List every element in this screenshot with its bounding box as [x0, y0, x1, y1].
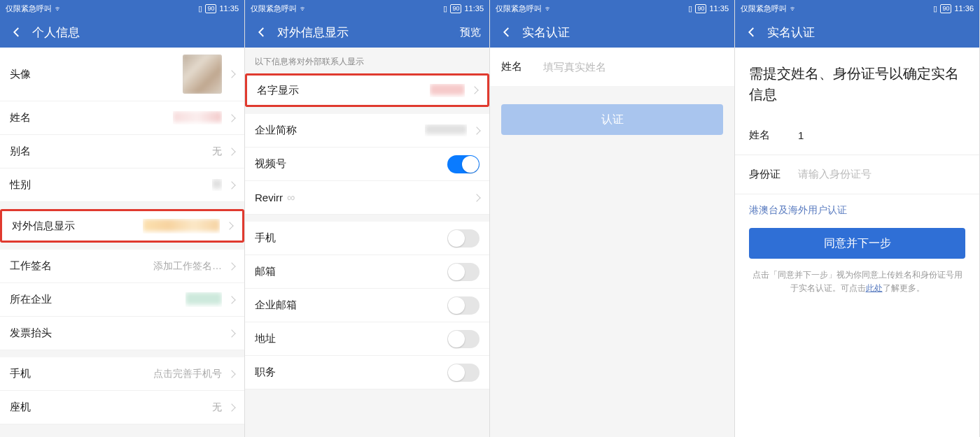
chevron-right-icon	[227, 329, 235, 337]
battery-icon: 90	[450, 4, 461, 13]
battery-icon: 90	[205, 4, 216, 13]
row-value	[430, 84, 465, 97]
screen-external-display: 仅限紧急呼叫 ᯤ ▯ 90 11:35 对外信息显示 预览 以下信息将对外部联系…	[245, 0, 490, 437]
wifi-icon: ᯤ	[55, 4, 62, 13]
clock-text: 11:35	[219, 4, 239, 13]
row-label: 视频号	[255, 157, 286, 171]
status-bar: 仅限紧急呼叫 ᯤ ▯ 90 11:35	[0, 0, 244, 17]
row-company-short[interactable]: 企业简称	[245, 114, 489, 148]
vibrate-icon: ▯	[443, 4, 447, 13]
name-input-row: 姓名	[490, 48, 734, 86]
row-value: 无	[212, 145, 222, 158]
titlebar: 对外信息显示 预览	[245, 17, 489, 48]
back-button[interactable]	[498, 24, 515, 41]
row-invoice[interactable]: 发票抬头	[0, 317, 244, 350]
row-position-toggle[interactable]: 职务	[245, 356, 489, 389]
back-button[interactable]	[8, 24, 25, 41]
row-email-toggle[interactable]: 邮箱	[245, 255, 489, 289]
footnote-link[interactable]: 此处	[866, 283, 883, 293]
carrier-text: 仅限紧急呼叫	[6, 3, 52, 14]
titlebar: 实名认证	[735, 17, 979, 48]
status-bar: 仅限紧急呼叫 ᯤ ▯ 90 11:36	[735, 0, 979, 17]
toggle-company-email[interactable]	[447, 296, 479, 315]
infinity-icon: ∞	[287, 192, 295, 204]
row-label: 所在企业	[10, 293, 52, 306]
row-label: 性别	[10, 178, 31, 192]
status-bar: 仅限紧急呼叫 ᯤ ▯ 90 11:35	[245, 0, 489, 17]
screen-realname-verify-2: 仅限紧急呼叫 ᯤ ▯ 90 11:36 实名认证 需提交姓名、身份证号以确定实名…	[735, 0, 980, 437]
row-value	[143, 219, 220, 234]
carrier-text: 仅限紧急呼叫	[251, 3, 297, 14]
name-label: 姓名	[749, 129, 798, 142]
row-label: 对外信息显示	[12, 220, 75, 233]
row-label: 邮箱	[255, 265, 276, 278]
clock-text: 11:35	[709, 4, 729, 13]
row-phone-toggle[interactable]: 手机	[245, 222, 489, 255]
id-field-row[interactable]: 身份证 请输入身份证号	[735, 155, 979, 194]
footnote-text-b: 了解更多。	[883, 283, 925, 293]
screen-personal-info: 仅限紧急呼叫 ᯤ ▯ 90 11:35 个人信息 头像 姓名 别名	[0, 0, 245, 437]
name-field-row[interactable]: 姓名 1	[735, 116, 979, 155]
titlebar: 个人信息	[0, 17, 244, 48]
row-video-account[interactable]: 视频号	[245, 148, 489, 181]
titlebar: 实名认证	[490, 17, 734, 48]
row-name-display[interactable]: 名字显示	[245, 73, 489, 107]
chevron-right-icon	[225, 222, 233, 229]
chevron-right-icon	[472, 127, 480, 134]
back-button[interactable]	[743, 24, 760, 41]
row-value: 点击完善手机号	[153, 368, 222, 380]
row-revirr[interactable]: Revirr ∞	[245, 181, 489, 215]
row-label: 名字显示	[257, 84, 299, 97]
page-title: 对外信息显示	[277, 24, 460, 41]
row-address-toggle[interactable]: 地址	[245, 322, 489, 356]
wifi-icon: ᯤ	[790, 4, 797, 13]
chevron-right-icon	[227, 148, 235, 155]
row-alias[interactable]: 别名 无	[0, 135, 244, 169]
row-signature[interactable]: 工作签名 添加工作签名…	[0, 250, 244, 283]
back-button[interactable]	[253, 24, 270, 41]
row-landline[interactable]: 座机 无	[0, 391, 244, 424]
chevron-right-icon	[227, 114, 235, 122]
row-external-display[interactable]: 对外信息显示	[0, 209, 244, 243]
clock-text: 11:35	[464, 4, 484, 13]
footnote-text-a: 点击「同意并下一步」视为你同意上传姓名和身份证号用于实名认证。可点击	[752, 270, 962, 293]
wifi-icon: ᯤ	[300, 4, 307, 13]
row-label: 发票抬头	[10, 327, 52, 340]
id-placeholder: 请输入身份证号	[798, 168, 872, 181]
row-gender[interactable]: 性别	[0, 169, 244, 202]
toggle-phone[interactable]	[447, 229, 479, 248]
name-input[interactable]	[543, 61, 723, 73]
vibrate-icon: ▯	[933, 4, 937, 13]
chevron-right-icon	[227, 370, 235, 378]
row-name[interactable]: 姓名	[0, 101, 244, 135]
chevron-right-icon	[227, 296, 235, 303]
row-label: 别名	[10, 145, 31, 158]
row-value	[212, 179, 222, 191]
row-label: 企业简称	[255, 124, 297, 137]
overseas-link[interactable]: 港澳台及海外用户认证	[735, 194, 979, 220]
wifi-icon: ᯤ	[545, 4, 552, 13]
chevron-right-icon	[470, 86, 478, 94]
row-value	[425, 124, 467, 136]
row-phone[interactable]: 手机 点击完善手机号	[0, 357, 244, 391]
footnote: 点击「同意并下一步」视为你同意上传姓名和身份证号用于实名认证。可点击此处了解更多…	[735, 262, 979, 302]
row-avatar[interactable]: 头像	[0, 48, 244, 101]
carrier-text: 仅限紧急呼叫	[496, 3, 542, 14]
toggle-address[interactable]	[447, 330, 479, 348]
toggle-position[interactable]	[447, 364, 479, 382]
preview-button[interactable]: 预览	[460, 26, 481, 39]
row-label: 头像	[10, 68, 31, 81]
name-label: 姓名	[501, 60, 543, 73]
chevron-right-icon	[227, 262, 235, 270]
row-company[interactable]: 所在企业	[0, 283, 244, 317]
row-company-email-toggle[interactable]: 企业邮箱	[245, 289, 489, 322]
verify-button[interactable]: 认证	[501, 104, 723, 135]
row-value	[173, 111, 222, 124]
agree-next-button[interactable]: 同意并下一步	[749, 228, 965, 259]
carrier-text: 仅限紧急呼叫	[741, 3, 787, 14]
chevron-right-icon	[227, 181, 235, 189]
toggle-email[interactable]	[447, 263, 479, 281]
section-hint: 以下信息将对外部联系人显示	[245, 48, 489, 73]
toggle-video-account[interactable]	[447, 155, 479, 173]
avatar-image	[183, 55, 222, 94]
